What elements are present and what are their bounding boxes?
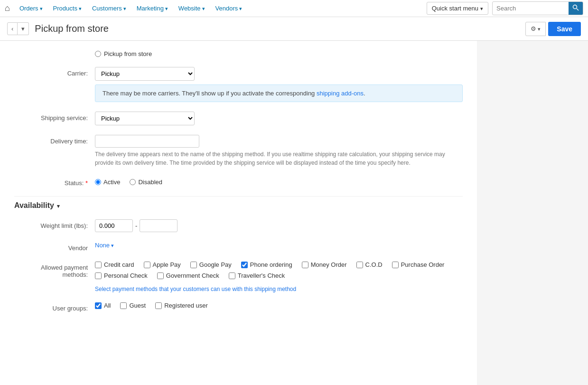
vendor-dropdown[interactable]: None xyxy=(95,242,463,249)
home-icon[interactable]: ⌂ xyxy=(5,3,10,13)
availability-chevron[interactable] xyxy=(57,201,60,210)
info-text: There may be more carriers. They'll show… xyxy=(103,90,317,97)
user-groups-control: All Guest Registered user xyxy=(95,302,463,309)
user-group-registered[interactable]: Registered user xyxy=(155,302,208,309)
payment-purchase-order[interactable]: Purchase Order xyxy=(392,261,445,268)
payment-row-2: Personal Check Government Check Travelle… xyxy=(95,272,463,279)
weight-range-separator: - xyxy=(135,222,137,229)
phone-ordering-label: Phone ordering xyxy=(250,261,292,268)
quick-start-chevron xyxy=(480,5,483,12)
government-check-label: Government Check xyxy=(166,272,219,279)
quick-start-button[interactable]: Quick start menu xyxy=(427,2,488,15)
products-label: Products xyxy=(53,5,77,12)
credit-card-label: Credit card xyxy=(104,261,134,268)
shipping-service-label: Shipping service: xyxy=(14,112,95,122)
products-chevron xyxy=(79,5,82,12)
user-group-guest[interactable]: Guest xyxy=(120,302,146,309)
weight-max-input[interactable] xyxy=(140,219,177,232)
payment-phone-ordering[interactable]: Phone ordering xyxy=(241,261,292,268)
vendors-chevron xyxy=(239,5,242,12)
government-check-checkbox[interactable] xyxy=(157,272,164,279)
availability-label: Availability xyxy=(14,201,54,210)
nav-vendors[interactable]: Vendors xyxy=(211,1,247,16)
nav-website[interactable]: Website xyxy=(174,1,210,16)
google-pay-label: Google Pay xyxy=(199,261,232,268)
apple-pay-checkbox[interactable] xyxy=(144,262,150,268)
weight-limit-label: Weight limit (lbs): xyxy=(14,219,95,229)
guest-checkbox[interactable] xyxy=(120,302,127,309)
carrier-info-box: There may be more carriers. They'll show… xyxy=(95,85,463,102)
payment-methods-row: Allowed payment methods: Credit card App… xyxy=(14,261,463,292)
payment-money-order[interactable]: Money Order xyxy=(302,261,347,268)
shipping-addons-link[interactable]: shipping add-ons xyxy=(317,90,364,97)
gear-button[interactable]: ⚙ xyxy=(525,22,546,36)
status-active-radio[interactable] xyxy=(95,179,101,185)
personal-check-checkbox[interactable] xyxy=(95,272,102,279)
user-groups-label: User groups: xyxy=(14,302,95,312)
payment-row-1: Credit card Apple Pay Google Pay Ph xyxy=(95,261,463,268)
status-disabled-label[interactable]: Disabled xyxy=(130,178,162,186)
all-label: All xyxy=(104,302,111,309)
nav-items: Orders Products Customers Marketing Webs… xyxy=(15,1,427,16)
vendors-label: Vendors xyxy=(215,5,238,12)
apple-pay-label: Apple Pay xyxy=(153,261,181,268)
status-disabled-radio[interactable] xyxy=(130,179,136,185)
back-dropdown-button[interactable]: ▾ xyxy=(18,22,29,35)
money-order-checkbox[interactable] xyxy=(302,262,308,268)
payment-travellers-check[interactable]: Traveller's Check xyxy=(229,272,285,279)
nav-marketing[interactable]: Marketing xyxy=(132,1,173,16)
search-input[interactable] xyxy=(493,2,569,14)
header-actions: ⚙ Save xyxy=(525,22,581,36)
pickup-radio[interactable] xyxy=(95,51,101,57)
weight-limit-row: Weight limit (lbs): - xyxy=(14,219,463,232)
payment-personal-check[interactable]: Personal Check xyxy=(95,272,148,279)
sidebar-right xyxy=(477,41,588,385)
credit-card-checkbox[interactable] xyxy=(95,262,102,268)
nav-customers[interactable]: Customers xyxy=(87,1,131,16)
status-radio-group: Active Disabled xyxy=(95,177,463,186)
weight-min-input[interactable] xyxy=(95,219,133,232)
main-content: Pickup from store Carrier: Pickup There … xyxy=(0,41,588,385)
top-navigation: ⌂ Orders Products Customers Marketing We… xyxy=(0,0,588,17)
search-button[interactable] xyxy=(569,2,583,15)
payment-cod[interactable]: C.O.D xyxy=(356,261,383,268)
payment-google-pay[interactable]: Google Pay xyxy=(190,261,232,268)
svg-point-0 xyxy=(573,5,577,9)
status-disabled-text: Disabled xyxy=(138,178,162,186)
google-pay-checkbox[interactable] xyxy=(190,262,197,268)
carrier-select[interactable]: Pickup xyxy=(95,67,195,81)
cod-checkbox[interactable] xyxy=(356,262,363,268)
status-active-text: Active xyxy=(103,178,120,186)
travellers-check-label: Traveller's Check xyxy=(238,272,285,279)
payment-methods-control: Credit card Apple Pay Google Pay Ph xyxy=(95,261,463,292)
payment-credit-card[interactable]: Credit card xyxy=(95,261,134,268)
all-checkbox[interactable] xyxy=(95,302,102,309)
status-control: Active Disabled xyxy=(95,177,463,186)
status-active-label[interactable]: Active xyxy=(95,178,120,186)
gear-icon: ⚙ xyxy=(531,25,536,32)
save-button[interactable]: Save xyxy=(548,22,581,36)
user-groups-row: User groups: All Guest Registered user xyxy=(14,302,463,312)
nav-orders[interactable]: Orders xyxy=(15,1,47,16)
customers-label: Customers xyxy=(92,5,122,12)
back-button[interactable]: ‹ xyxy=(7,22,18,35)
user-group-all[interactable]: All xyxy=(95,302,111,309)
payment-government-check[interactable]: Government Check xyxy=(157,272,219,279)
shipping-service-select[interactable]: Pickup xyxy=(95,112,195,125)
pickup-radio-label[interactable]: Pickup from store xyxy=(104,50,152,57)
phone-ordering-checkbox[interactable] xyxy=(241,262,248,268)
payment-apple-pay[interactable]: Apple Pay xyxy=(144,261,181,268)
purchase-order-checkbox[interactable] xyxy=(392,262,399,268)
marketing-label: Marketing xyxy=(137,5,164,12)
travellers-check-checkbox[interactable] xyxy=(229,272,235,279)
svg-line-1 xyxy=(577,9,579,10)
content-area: Pickup from store Carrier: Pickup There … xyxy=(0,41,477,385)
website-chevron xyxy=(202,5,205,12)
delivery-time-input[interactable] xyxy=(95,135,199,148)
registered-checkbox[interactable] xyxy=(155,302,162,309)
nav-products[interactable]: Products xyxy=(48,1,86,16)
quick-start-label: Quick start menu xyxy=(432,5,478,12)
weight-inputs: - xyxy=(95,219,463,232)
info-text-end: . xyxy=(364,90,365,97)
availability-header: Availability xyxy=(14,196,463,210)
